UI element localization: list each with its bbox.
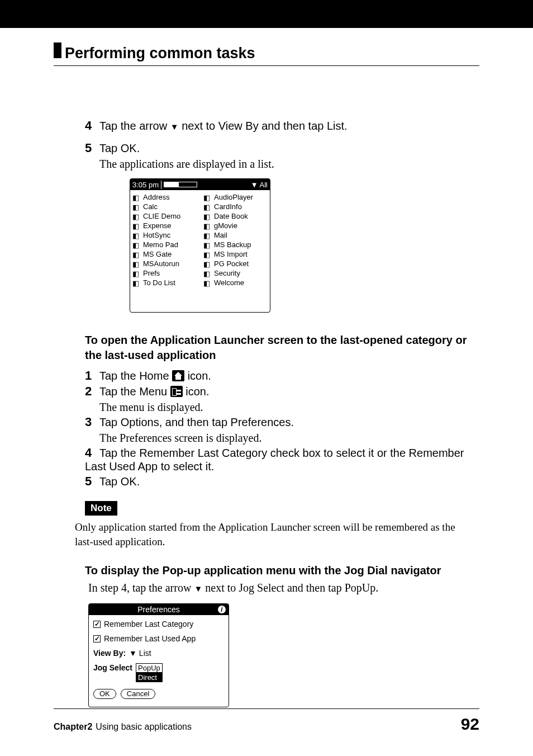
sub-heading-last-category: To open the Application Launcher screen …	[85, 333, 479, 363]
app-label: MSAutorun	[143, 259, 179, 268]
page-number: 92	[461, 715, 479, 734]
app-icon: ◧	[203, 203, 212, 211]
launcher-item: ◧MSAutorun	[132, 259, 197, 268]
step-number: 1	[85, 368, 97, 383]
app-icon: ◧	[132, 212, 141, 220]
step-4: 4 Tap the arrow ▼ next to View By and th…	[85, 119, 479, 133]
launcher-item: ◧MS Backup	[203, 240, 268, 249]
app-label: MS Backup	[214, 240, 251, 249]
app-label: gMovie	[214, 221, 237, 230]
step-text: Tap Options, and then tap Preferences.	[99, 416, 294, 428]
launcher-item: ◧Date Book	[203, 211, 268, 221]
step-text: Tap the arrow ▼ next to View By and then…	[99, 120, 348, 132]
app-label: AudioPlayer	[214, 193, 253, 201]
ok-button: OK	[93, 689, 116, 699]
info-icon: i	[218, 606, 226, 613]
step-text: Tap OK.	[99, 142, 140, 154]
section-heading: Performing common tasks	[54, 28, 479, 66]
app-label: Security	[214, 269, 240, 277]
step-5: 5 Tap OK. The applications are displayed…	[85, 141, 479, 171]
launcher-item: ◧CardInfo	[203, 202, 268, 211]
app-label: Prefs	[143, 269, 160, 277]
app-icon: ◧	[132, 279, 141, 287]
checkbox-icon: ✓	[93, 621, 101, 628]
preferences-screenshot: Preferences i ✓ Remember Last Category ✓…	[88, 603, 229, 707]
app-label: Mail	[214, 231, 227, 239]
prefs-title-bar: Preferences i	[89, 604, 229, 615]
launcher-item: ◧Security	[203, 268, 268, 278]
launcher-item: ◧To Do List	[132, 278, 197, 287]
app-icon: ◧	[203, 212, 212, 220]
app-icon: ◧	[132, 270, 141, 277]
step-sub-text: The applications are displayed in a list…	[99, 158, 479, 171]
app-icon: ◧	[132, 260, 141, 268]
app-icon: ◧	[132, 193, 141, 201]
launcher-item: ◧AudioPlayer	[203, 192, 268, 202]
launcher-item: ◧Welcome	[203, 278, 268, 287]
proc-step-4: 4 Tap the Remember Last Category check b…	[85, 446, 479, 473]
cancel-button: Cancel	[121, 689, 155, 699]
chapter-label: Chapter2Using basic applications	[54, 722, 192, 732]
step-number: 3	[85, 415, 97, 429]
launcher-item: ◧Address	[132, 192, 197, 202]
triangle-down-icon: ▼	[170, 122, 179, 131]
launcher-item: ◧PG Pocket	[203, 259, 268, 268]
view-by-label: View By:	[93, 649, 126, 658]
app-label: CardInfo	[214, 202, 242, 211]
heading-ornament	[54, 42, 61, 58]
check-label: Remember Last Category	[104, 620, 193, 629]
proc-step-1: 1 Tap the Home icon.	[85, 368, 479, 383]
app-label: Welcome	[214, 278, 244, 287]
launcher-item: ◧MS Import	[203, 249, 268, 259]
step-number: 4	[85, 446, 97, 460]
step-number: 4	[85, 119, 97, 133]
clock-time: 3:05 pm	[132, 181, 161, 189]
page-footer: Chapter2Using basic applications 92	[54, 708, 479, 734]
menu-icon	[170, 386, 183, 397]
app-icon: ◧	[132, 231, 141, 239]
battery-icon	[164, 182, 197, 187]
app-label: Expense	[143, 221, 172, 230]
jog-select-label: Jog Select	[93, 663, 132, 672]
app-label: PG Pocket	[214, 259, 249, 268]
check-label: Remember Last Used App	[104, 634, 196, 643]
app-icon: ◧	[203, 222, 212, 230]
prefs-title: Preferences	[137, 605, 179, 614]
app-icon: ◧	[203, 231, 212, 239]
note-text: Only application started from the Applic…	[75, 520, 468, 549]
launcher-item: ◧Expense	[132, 221, 197, 230]
step-text: Tap the Menu icon.	[99, 385, 210, 398]
view-by-row: View By: ▼ List	[93, 649, 224, 658]
app-label: Calc	[143, 202, 158, 211]
launcher-item: ◧gMovie	[203, 221, 268, 230]
step-text: Tap the Home icon.	[99, 370, 211, 382]
checkbox-icon: ✓	[93, 635, 101, 642]
body-line: In step 4, tap the arrow ▼ next to Jog S…	[88, 582, 479, 594]
app-icon: ◧	[203, 241, 212, 249]
app-icon: ◧	[132, 241, 141, 249]
proc-step-5: 5 Tap OK.	[85, 474, 479, 489]
app-icon: ◧	[203, 270, 212, 277]
app-icon: ◧	[132, 222, 141, 230]
app-icon: ◧	[132, 203, 141, 211]
app-label: MS Import	[214, 250, 248, 258]
app-label: MS Gate	[143, 250, 172, 258]
app-label: Address	[143, 193, 170, 201]
app-label: Memo Pad	[143, 240, 178, 249]
app-icon: ◧	[203, 279, 212, 287]
app-label: To Do List	[143, 278, 175, 287]
sub-heading-popup: To display the Pop-up application menu w…	[85, 564, 479, 577]
launcher-item: ◧Calc	[132, 202, 197, 211]
jog-option-direct: Direct	[136, 673, 163, 682]
app-label: HotSync	[143, 231, 170, 239]
launcher-screenshot: 3:05 pm ▼ All ◧Address◧Calc◧CLIE Demo◧Ex…	[130, 178, 270, 313]
step-sub-text: The menu is displayed.	[99, 401, 479, 414]
launcher-status-bar: 3:05 pm ▼ All	[130, 179, 270, 190]
section-title: Performing common tasks	[65, 45, 255, 62]
app-icon: ◧	[132, 251, 141, 258]
app-icon: ◧	[203, 193, 212, 201]
step-number: 2	[85, 384, 97, 399]
launcher-item: ◧Prefs	[132, 268, 197, 278]
step-number: 5	[85, 141, 97, 155]
proc-step-3: 3 Tap Options, and then tap Preferences.…	[85, 415, 479, 445]
